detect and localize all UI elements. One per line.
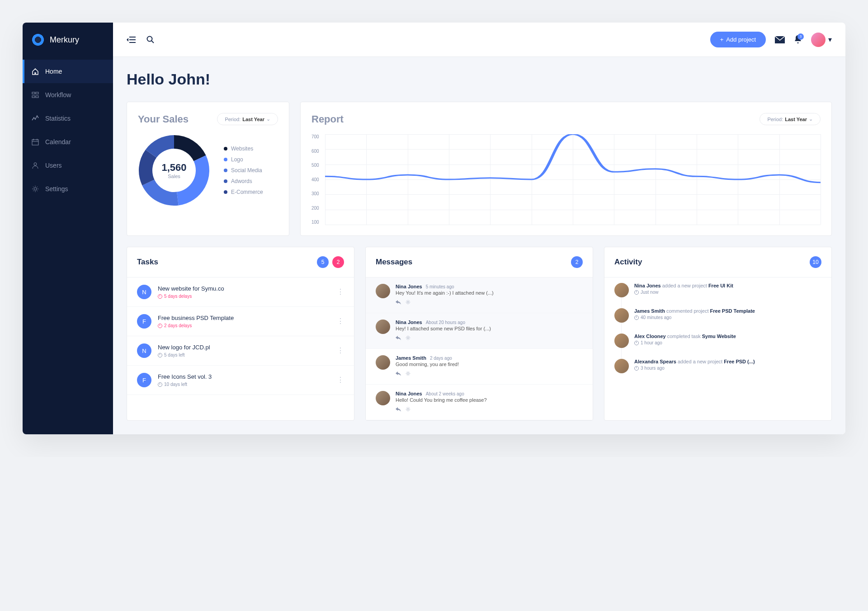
nav-item-settings[interactable]: Settings — [23, 177, 113, 201]
activity-item: James Smith commented project Free PSD T… — [604, 303, 831, 328]
nav-label: Settings — [45, 185, 68, 193]
report-card: Report Period: Last Year ⌄ 7006005004003… — [300, 102, 832, 236]
header: + Add project 3 ▾ — [113, 23, 845, 57]
activity-avatar — [614, 334, 629, 348]
activity-time: Just now — [634, 290, 821, 295]
message-time: About 2 weeks ago — [426, 391, 464, 396]
activity-text: Alex Clooney completed task Symu Website — [634, 334, 821, 339]
nav-item-workflow[interactable]: Workflow — [23, 83, 113, 107]
activity-title: Activity — [614, 258, 642, 267]
bell-icon[interactable]: 3 — [794, 35, 802, 44]
sales-total: 1,560 — [161, 162, 186, 174]
message-sender: Nina Jones — [396, 391, 422, 396]
stats-icon — [32, 115, 39, 122]
task-item[interactable]: N New logo for JCD.pl 5 days left ⋮ — [127, 336, 354, 366]
activity-text: Alexandra Spears added a new project Fre… — [634, 359, 821, 364]
activity-time: 40 minutes ago — [634, 315, 821, 320]
legend-dot — [224, 147, 227, 150]
svg-rect-2 — [32, 96, 35, 98]
menu-toggle-icon[interactable] — [127, 36, 137, 43]
sales-donut-chart: 1,560 Sales — [138, 134, 210, 207]
clock-icon — [158, 353, 162, 357]
search-icon[interactable] — [146, 36, 155, 44]
tasks-badge-red: 2 — [332, 256, 344, 268]
task-item[interactable]: F Free Icons Set vol. 3 10 days left ⋮ — [127, 366, 354, 395]
nav-item-users[interactable]: Users — [23, 154, 113, 177]
add-project-label: Add project — [726, 36, 756, 43]
sales-legend: WebsitesLogoSocial MediaAdwordsE-Commerc… — [224, 146, 263, 195]
nav-label: Calendar — [45, 138, 71, 146]
more-icon[interactable]: ⋮ — [337, 320, 344, 322]
add-project-button[interactable]: + Add project — [710, 32, 766, 47]
user-icon — [32, 162, 39, 169]
report-period-selector[interactable]: Period: Last Year ⌄ — [760, 113, 821, 125]
clock-icon — [634, 290, 639, 295]
clock-icon — [634, 341, 639, 345]
message-item[interactable]: Nina JonesAbout 2 weeks ago Hello! Could… — [366, 385, 593, 420]
tasks-badge-blue: 5 — [317, 256, 329, 268]
nav-label: Home — [45, 68, 62, 75]
nav-item-home[interactable]: Home — [23, 60, 113, 83]
nav-item-statistics[interactable]: Statistics — [23, 107, 113, 130]
mail-icon[interactable] — [775, 36, 785, 43]
message-avatar — [376, 355, 390, 370]
more-icon[interactable]: ⋮ — [337, 379, 344, 381]
reply-icon[interactable] — [396, 334, 401, 342]
task-meta: 5 days left — [158, 352, 330, 357]
message-sender: Nina Jones — [396, 320, 422, 325]
clock-icon — [158, 294, 162, 299]
gear-icon — [32, 185, 39, 193]
reply-icon[interactable] — [396, 298, 401, 306]
activity-avatar — [614, 359, 629, 373]
gear-icon[interactable] — [406, 370, 410, 378]
messages-title: Messages — [376, 258, 412, 267]
nav-item-calendar[interactable]: Calendar — [23, 130, 113, 154]
svg-point-12 — [407, 408, 409, 410]
messages-card: Messages 2 Nina Jones5 minutes ago Hey Y… — [365, 247, 593, 421]
gear-icon[interactable] — [406, 405, 410, 414]
legend-item: Websites — [224, 146, 263, 152]
svg-rect-0 — [32, 92, 35, 94]
sales-total-label: Sales — [168, 174, 180, 179]
legend-item: E-Commerce — [224, 189, 263, 195]
task-avatar: F — [137, 314, 151, 329]
user-menu[interactable]: ▾ — [811, 33, 832, 47]
task-avatar: F — [137, 373, 151, 387]
more-icon[interactable]: ⋮ — [337, 350, 344, 352]
reply-icon[interactable] — [396, 405, 401, 414]
sales-card: Your Sales Period: Last Year ⌄ 1,560 — [127, 102, 289, 236]
logo: Merkury — [23, 23, 113, 60]
task-item[interactable]: F Free business PSD Template 2 days dela… — [127, 307, 354, 336]
message-text: Hello! Could You bring me coffee please? — [396, 397, 583, 403]
message-item[interactable]: James Smith2 days ago Good morning, you … — [366, 349, 593, 385]
home-icon — [32, 68, 39, 75]
nav-label: Statistics — [45, 115, 71, 122]
activity-time: 1 hour ago — [634, 340, 821, 345]
tasks-title: Tasks — [137, 258, 158, 267]
clock-icon — [634, 366, 639, 371]
sales-period-selector[interactable]: Period: Last Year ⌄ — [217, 113, 278, 125]
message-item[interactable]: Nina JonesAbout 20 hours ago Hey! I atta… — [366, 313, 593, 349]
legend-item: Adwords — [224, 178, 263, 184]
svg-rect-4 — [32, 140, 38, 145]
task-item[interactable]: N New website for Symu.co 5 days delays … — [127, 277, 354, 307]
reply-icon[interactable] — [396, 370, 401, 378]
workflow-icon — [32, 91, 39, 99]
legend-dot — [224, 190, 227, 194]
activity-text: Nina Jones added a new project Free UI K… — [634, 283, 821, 288]
task-avatar: N — [137, 285, 151, 299]
task-avatar: N — [137, 343, 151, 358]
message-sender: Nina Jones — [396, 284, 422, 289]
message-avatar — [376, 284, 390, 298]
message-text: Hey You! It's me again :-) I attached ne… — [396, 290, 583, 296]
svg-point-6 — [34, 188, 37, 190]
more-icon[interactable]: ⋮ — [337, 291, 344, 293]
gear-icon[interactable] — [406, 334, 410, 342]
task-title: Free Icons Set vol. 3 — [158, 373, 330, 380]
greeting: Hello John! — [127, 70, 832, 88]
message-avatar — [376, 391, 390, 405]
message-item[interactable]: Nina Jones5 minutes ago Hey You! It's me… — [366, 277, 593, 313]
message-text: Good morning, you are fired! — [396, 362, 583, 367]
gear-icon[interactable] — [406, 298, 410, 306]
legend-dot — [224, 169, 227, 172]
